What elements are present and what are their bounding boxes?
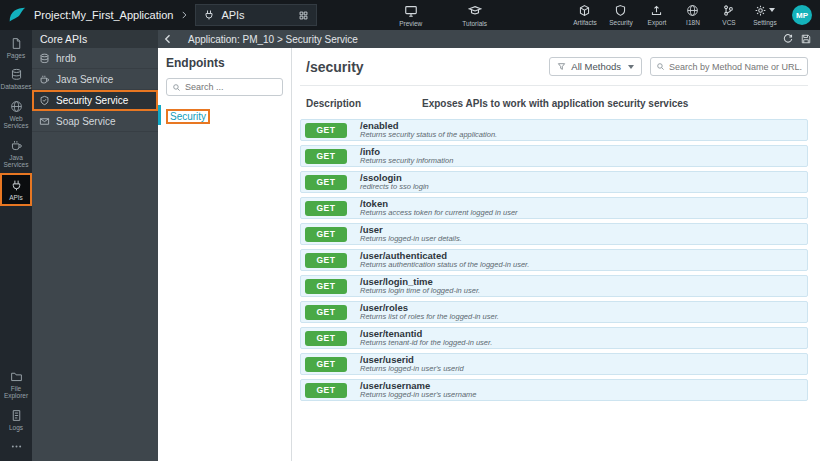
settings-button[interactable]: Settings (748, 4, 782, 26)
artifacts-label: Artifacts (573, 19, 596, 26)
artifacts-button[interactable]: Artifacts (568, 4, 602, 26)
tutorials-label: Tutorials (462, 20, 487, 27)
http-method-badge[interactable]: GET (305, 357, 347, 372)
rail-item-java-services[interactable]: Java Services (0, 134, 32, 173)
http-method-badge[interactable]: GET (305, 175, 347, 190)
collapse-panel-button[interactable] (162, 33, 174, 45)
api-endpoint-row[interactable]: GET /user/roles Returns list of roles fo… (300, 301, 808, 323)
api-endpoint-row[interactable]: GET /user Returns logged-in user details… (300, 223, 808, 245)
rail-label: Logs (9, 424, 23, 431)
rail-item-pages[interactable]: Pages (0, 32, 32, 63)
export-label: Export (648, 19, 667, 26)
panel-item-java-service[interactable]: Java Service (32, 69, 158, 90)
methods-filter-label: All Methods (571, 61, 621, 72)
apis-icon (10, 179, 23, 192)
pages-icon (10, 37, 23, 50)
preview-icon (404, 4, 418, 18)
chevron-right-icon (179, 10, 189, 20)
http-method-badge[interactable]: GET (305, 149, 347, 164)
rail-item-databases[interactable]: Databases (0, 63, 32, 94)
shield-check-icon (39, 95, 50, 106)
endpoints-searchbox[interactable] (166, 78, 283, 96)
api-endpoint-row[interactable]: GET /user/tenantid Returns tenant-id for… (300, 327, 808, 349)
preview-button[interactable]: Preview (394, 4, 428, 27)
rail-item-logs[interactable]: Logs (0, 404, 32, 435)
api-endpoint-row[interactable]: GET /info Returns security information (300, 145, 808, 167)
security-button[interactable]: Security (604, 4, 638, 26)
vcs-button[interactable]: VCS (712, 4, 746, 26)
http-method-badge[interactable]: GET (305, 279, 347, 294)
soap-icon (39, 116, 50, 127)
rail-item-web-services[interactable]: Web Services (0, 95, 32, 134)
grid-icon[interactable] (298, 10, 309, 21)
endpoints-search-input[interactable] (185, 82, 277, 92)
export-button[interactable]: Export (640, 4, 674, 26)
panel-item-hrdb[interactable]: hrdb (32, 48, 158, 69)
api-endpoint-text: /ssologin redirects to sso login (360, 172, 429, 192)
api-endpoint-row[interactable]: GET /user/username Returns logged-in use… (300, 379, 808, 401)
i18n-globe-icon (686, 4, 699, 17)
panel-item-security-service[interactable]: Security Service (32, 90, 158, 111)
api-endpoint-description: Returns access token for current logged … (360, 209, 518, 218)
http-method-badge[interactable]: GET (305, 331, 347, 346)
api-endpoint-text: /user/roles Returns list of roles for th… (360, 302, 499, 322)
endpoint-list-item-security[interactable]: Security (158, 105, 291, 125)
rail-item-more[interactable] (0, 435, 32, 457)
api-endpoint-row[interactable]: GET /enabled Returns security status of … (300, 119, 808, 141)
api-endpoint-row[interactable]: GET /user/login_time Returns login time … (300, 275, 808, 297)
rail-item-apis[interactable]: APIs (0, 173, 32, 206)
api-endpoint-description: Returns logged-in user's username (360, 391, 477, 400)
export-icon (650, 4, 663, 17)
more-icon (10, 440, 23, 453)
breadcrumb: Application: PM_10 > Security Service (188, 34, 358, 45)
rail-item-file-explorer[interactable]: File Explorer (0, 365, 32, 404)
apis-tab[interactable]: APIs (195, 4, 317, 26)
http-method-badge[interactable]: GET (305, 383, 347, 398)
filter-funnel-icon (557, 62, 566, 71)
topbar: Project:My_First_Application APIs Previe… (0, 0, 820, 30)
topbar-center: Preview Tutorials (394, 4, 492, 27)
security-shield-icon (614, 4, 627, 17)
api-endpoint-row[interactable]: GET /token Returns access token for curr… (300, 197, 808, 219)
user-avatar[interactable]: MP (792, 5, 812, 25)
vcs-label: VCS (722, 19, 735, 26)
tutorials-button[interactable]: Tutorials (458, 4, 492, 27)
api-endpoint-text: /user Returns logged-in user details. (360, 224, 462, 244)
method-searchbox[interactable] (650, 57, 808, 76)
api-endpoint-description: Returns logged-in user details. (360, 235, 462, 244)
api-view-controls: All Methods (549, 57, 808, 76)
refresh-icon[interactable] (782, 33, 794, 45)
http-method-badge[interactable]: GET (305, 123, 347, 138)
java-services-icon (10, 139, 23, 152)
api-endpoint-text: /user/userid Returns logged-in user's us… (360, 354, 464, 374)
app-window: Project:My_First_Application APIs Previe… (0, 0, 820, 461)
api-endpoint-row[interactable]: GET /user/userid Returns logged-in user'… (300, 353, 808, 375)
api-endpoint-description: Returns authentication status of the log… (360, 261, 529, 270)
http-method-badge[interactable]: GET (305, 201, 347, 216)
methods-filter-dropdown[interactable]: All Methods (549, 57, 642, 76)
api-endpoint-row[interactable]: GET /ssologin redirects to sso login (300, 171, 808, 193)
api-endpoint-description: redirects to sso login (360, 183, 429, 192)
rail-bottom-group: File Explorer Logs (0, 365, 32, 457)
save-icon[interactable] (800, 33, 812, 45)
endpoints-title: Endpoints (166, 56, 283, 70)
http-method-badge[interactable]: GET (305, 253, 347, 268)
preview-label: Preview (399, 20, 422, 27)
panel-title: Core APIs (32, 30, 158, 48)
project-name[interactable]: Project:My_First_Application (34, 9, 173, 21)
databases-icon (10, 68, 23, 81)
api-endpoint-text: /enabled Returns security status of the … (360, 120, 497, 140)
topbar-left: Project:My_First_Application APIs (6, 4, 317, 26)
search-icon (172, 83, 181, 92)
i18n-button[interactable]: I18N (676, 4, 710, 26)
http-method-badge[interactable]: GET (305, 305, 347, 320)
description-label: Description (300, 98, 422, 109)
api-endpoint-row[interactable]: GET /user/authenticated Returns authenti… (300, 249, 808, 271)
api-endpoint-text: /user/tenantid Returns tenant-id for the… (360, 328, 492, 348)
api-endpoint-description: Returns login time of logged-in user. (360, 287, 480, 296)
panel-item-soap-service[interactable]: Soap Service (32, 111, 158, 132)
http-method-badge[interactable]: GET (305, 227, 347, 242)
method-search-input[interactable] (669, 62, 802, 72)
breadcrumb-strip: Application: PM_10 > Security Service (158, 30, 820, 48)
app-logo-icon[interactable] (6, 4, 28, 26)
